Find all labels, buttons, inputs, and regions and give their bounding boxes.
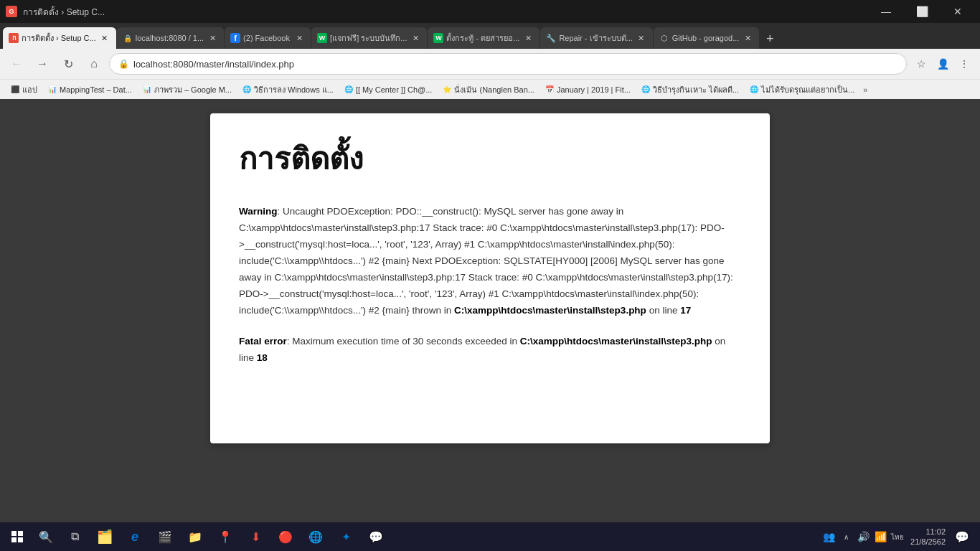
taskview-icon: ⧉ [71,530,79,543]
fatal-block: Fatal error: Maximum execution time of 3… [239,334,741,367]
clock-time: 11:02 [910,527,946,537]
bookmark-2[interactable]: 📊 ภาพรวม – Google M... [138,82,236,98]
fatal-body: : Maximum execution time of 30 seconds e… [287,336,520,347]
taskbar-vscode[interactable]: ✦ [331,522,360,551]
tab-close-4[interactable]: ✕ [410,32,421,44]
address-bar[interactable]: 🔒 localhost:8080/master/install/index.ph… [109,53,907,75]
bookmark-label-apps: แอป [22,83,37,96]
home-button[interactable]: ⌂ [83,53,105,75]
settings-icon[interactable]: ⋮ [954,54,974,74]
tab-favicon-1: ก [9,33,19,43]
taskbar-explorer[interactable]: 🗂️ [90,522,119,551]
minimize-button[interactable]: — [870,0,903,23]
bookmark-label-5: นั่งเม้น (Nanglen Ban... [454,83,534,96]
back-button[interactable]: ← [6,53,27,75]
taskbar-line[interactable]: 💬 [362,522,390,551]
bookmarks-more-button[interactable]: » [860,84,870,95]
fatal-on-line: on [712,336,726,347]
bookmark-1[interactable]: 📊 MappingTest – Dat... [43,83,136,96]
start-button[interactable] [3,522,32,551]
explorer-icon: 🗂️ [97,529,113,545]
tray-people-icon[interactable]: 👥 [821,529,836,544]
taskbar-edge[interactable]: e [121,522,149,551]
line-icon: 💬 [369,530,383,544]
address-text: localhost:8080/master/install/index.php [133,59,897,70]
forward-button[interactable]: → [32,53,53,75]
bookmark-favicon-3: 🌐 [242,85,252,95]
taskbar-chrome[interactable]: 🌐 [301,522,330,551]
fatal-label: Fatal error [239,336,287,347]
bookmark-8[interactable]: 🌐 ไม่ได้รับดรุณแต่อยากเป็น... [745,82,859,98]
bookmark-3[interactable]: 🌐 วิธีการลง Windows แ... [237,82,338,98]
tab-label-2: localhost:8080 / 1... [136,34,204,42]
tab-close-6[interactable]: ✕ [636,32,647,44]
title-bar-left: G การติดตั้ง › Setup C... [6,5,105,19]
tray-lang[interactable]: ไทย [890,529,905,544]
warning-body: : Uncaught PDOException: PDO::__construc… [239,206,733,316]
bookmark-favicon-2: 📊 [142,85,152,95]
dl-icon: ⬇ [251,530,260,544]
toolbar-icons: ☆ 👤 ⋮ [911,54,974,74]
bookmarks-bar: ⬛ แอป 📊 MappingTest – Dat... 📊 ภาพรวม – … [0,79,980,99]
tab-close-7[interactable]: ✕ [742,32,753,44]
taskbar: 🔍 ⧉ 🗂️ e 🎬 📁 📍 ⬇ 🔴 🌐 ✦ 💬 👥 ∧ 🔊 📶 ไทย 11 [0,522,980,551]
bookmark-favicon-apps: ⬛ [10,85,20,95]
bookmark-label-3: วิธีการลง Windows แ... [254,83,334,96]
tab-7[interactable]: ⬡ GitHub - goragod... ✕ [654,27,760,49]
tray-time[interactable]: 11:02 21/8/2562 [908,527,948,547]
profile-icon[interactable]: 👤 [933,54,953,74]
edge-icon: e [131,529,138,545]
taskbar-xampp[interactable]: 🔴 [271,522,300,551]
taskbar-dl[interactable]: ⬇ [241,522,270,551]
bookmark-4[interactable]: 🌐 [[ My Center ]] Ch@... [339,83,437,96]
tab-favicon-7: ⬡ [659,33,669,43]
warning-line: 17 [680,305,691,316]
tab-bar: ก การติดตั้ง › Setup C... ✕ 🔒 localhost:… [0,23,980,49]
bookmark-favicon-4: 🌐 [344,85,354,95]
title-bar-controls[interactable]: — ⬜ ✕ [870,0,974,23]
bookmark-apps[interactable]: ⬛ แอป [6,82,42,98]
tab-favicon-5: W [433,33,443,43]
tray-caret-icon[interactable]: ∧ [839,529,853,544]
files-icon: 📁 [188,530,202,544]
bookmark-7[interactable]: 🌐 วิธีบำรุงกินเหาะ ได้ผลดี... [636,82,743,98]
bookmark-label-6: January | 2019 | Fit... [557,85,631,94]
bookmark-label-2: ภาพรวม – Google M... [154,83,232,96]
taskbar-maps[interactable]: 📍 [211,522,240,551]
tray-speaker-icon[interactable]: 🔊 [856,529,870,544]
tab-close-3[interactable]: ✕ [293,32,305,44]
tray-network-icon[interactable]: 📶 [873,529,887,544]
fatal-line-prefix: line [239,352,257,363]
tab-active[interactable]: ก การติดตั้ง › Setup C... ✕ [3,27,116,49]
tab-4[interactable]: W [แจกฟรี] ระบบบันทึก... ✕ [311,27,427,49]
tab-label-7: GitHub - goragod... [672,34,740,42]
tab-2[interactable]: 🔒 localhost:8080 / 1... ✕ [117,27,224,49]
tab-label-6: Repair - เข้าระบบดั... [559,32,632,44]
taskbar-files[interactable]: 📁 [181,522,209,551]
notification-button[interactable]: 💬 [951,522,973,551]
taskbar-tray: 👥 ∧ 🔊 📶 ไทย 11:02 21/8/2562 💬 [817,522,977,551]
new-tab-button[interactable]: + [760,29,780,49]
address-bar-area: ← → ↻ ⌂ 🔒 localhost:8080/master/install/… [0,49,980,79]
browser-content: การติดตั้ง Warning: Uncaught PDOExceptio… [0,99,980,522]
bookmark-favicon-6: 📅 [545,85,555,95]
tab-5[interactable]: W ตั้งกระทู้ - ดยสารยอ... ✕ [428,27,540,49]
bookmark-label-7: วิธีบำรุงกินเหาะ ได้ผลดี... [653,83,739,96]
close-button[interactable]: ✕ [941,0,974,23]
bookmark-favicon-1: 📊 [47,85,57,95]
tab-close-2[interactable]: ✕ [207,32,218,44]
bookmark-5[interactable]: ⭐ นั่งเม้น (Nanglen Ban... [438,82,539,98]
bookmark-star-icon[interactable]: ☆ [911,54,931,74]
tab-label-1: การติดตั้ง › Setup C... [22,32,96,44]
bookmark-6[interactable]: 📅 January | 2019 | Fit... [540,83,635,96]
tab-close-1[interactable]: ✕ [99,32,110,44]
tab-6[interactable]: 🔧 Repair - เข้าระบบดั... ✕ [540,27,652,49]
page-container: การติดตั้ง Warning: Uncaught PDOExceptio… [210,113,770,443]
refresh-button[interactable]: ↻ [57,53,79,75]
search-button[interactable]: 🔍 [33,524,59,550]
taskbar-photos[interactable]: 🎬 [151,522,179,551]
taskbar-taskview[interactable]: ⧉ [60,522,89,551]
tab-3[interactable]: f (2) Facebook ✕ [225,27,311,49]
tab-close-5[interactable]: ✕ [522,32,534,44]
maximize-button[interactable]: ⬜ [905,0,938,23]
